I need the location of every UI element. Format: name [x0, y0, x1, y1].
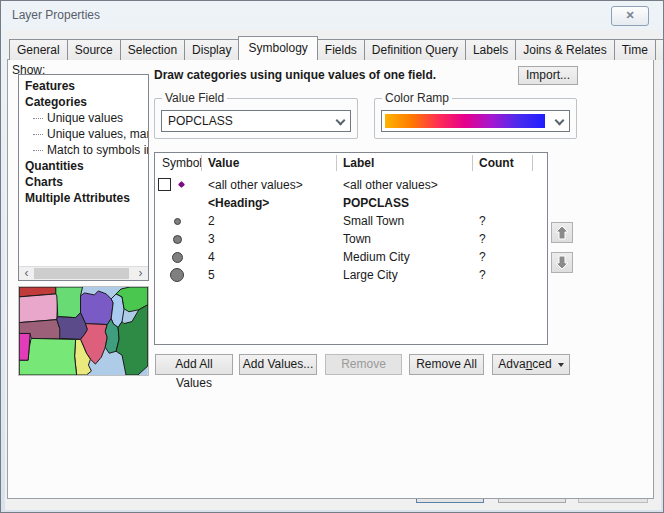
tree-horizontal-scrollbar[interactable]: ‹ › [19, 266, 148, 280]
tab-bar: General Source Selection Display Symbolo… [9, 36, 664, 60]
table-row-medium-city[interactable]: 4 Medium City ? [155, 248, 547, 266]
add-all-values-button[interactable]: Add All Values [155, 354, 233, 375]
value-cell: 5 [208, 268, 215, 282]
tree-item-features[interactable]: Features [19, 78, 148, 94]
symbol-cell[interactable] [155, 266, 201, 284]
dialog-content: General Source Selection Display Symbolo… [5, 30, 661, 510]
tab-definition-query[interactable]: Definition Query [364, 39, 466, 60]
show-tree: Features Categories Unique values Unique… [18, 74, 149, 281]
column-divider [201, 155, 202, 171]
table-header: Symbol Value Label Count [155, 153, 547, 174]
tree-item-match-symbols[interactable]: Match to symbols in a [19, 142, 148, 158]
tab-fields[interactable]: Fields [317, 39, 365, 60]
all-other-values-symbol-dot [178, 181, 185, 188]
label-cell: POPCLASS [343, 196, 409, 210]
tab-joins-relates[interactable]: Joins & Relates [515, 39, 614, 60]
table-row-town[interactable]: 3 Town ? [155, 230, 547, 248]
value-cell: <Heading> [208, 196, 269, 210]
scroll-right-icon[interactable]: › [133, 267, 148, 280]
advanced-label: Adva [498, 357, 525, 371]
move-down-button[interactable] [551, 252, 573, 273]
tree-branch-line [33, 134, 43, 135]
tab-labels[interactable]: Labels [465, 39, 516, 60]
color-ramp-combobox[interactable] [381, 110, 570, 132]
value-cell: <all other values> [208, 178, 303, 192]
all-other-values-checkbox[interactable] [158, 178, 171, 191]
remove-button: Remove [325, 354, 402, 375]
table-row-heading[interactable]: <Heading> POPCLASS [155, 194, 547, 212]
tab-html-popup[interactable]: HTML Popup [655, 39, 664, 60]
import-button[interactable]: Import... [518, 66, 578, 85]
advanced-button[interactable]: Advanced [492, 354, 570, 375]
close-icon: ✕ [625, 9, 634, 21]
dropdown-arrow-icon [558, 363, 564, 367]
method-description: Draw categories using unique values of o… [154, 68, 436, 82]
tree-item-label: Match to symbols in a [47, 143, 148, 157]
value-field-value: POPCLASS [168, 114, 233, 128]
chevron-down-icon[interactable] [337, 119, 346, 128]
symbol-cell[interactable] [155, 248, 201, 266]
column-header-label[interactable]: Label [343, 156, 374, 170]
count-cell: ? [479, 250, 486, 264]
unique-values-table: Symbol Value Label Count <all other valu… [154, 152, 548, 345]
tree-item-charts[interactable]: Charts [19, 174, 148, 190]
table-row-small-town[interactable]: 2 Small Town ? [155, 212, 547, 230]
column-divider [532, 155, 533, 171]
column-header-symbol[interactable]: Symbol [162, 156, 202, 170]
table-row-large-city[interactable]: 5 Large City ? [155, 266, 547, 284]
move-up-button[interactable] [551, 222, 573, 243]
symbol-cell[interactable] [155, 176, 201, 194]
symbol-cell[interactable] [155, 212, 201, 230]
symbol-cell[interactable] [155, 230, 201, 248]
tree-item-quantities[interactable]: Quantities [19, 158, 148, 174]
column-divider [336, 155, 337, 171]
tab-symbology[interactable]: Symbology [238, 36, 317, 60]
scroll-left-icon[interactable]: ‹ [19, 267, 34, 280]
value-field-combobox[interactable]: POPCLASS [161, 110, 351, 132]
tree-item-unique-values-many[interactable]: Unique values, many [19, 126, 148, 142]
value-field-label: Value Field [162, 91, 227, 105]
tree-item-unique-values[interactable]: Unique values [19, 110, 148, 126]
remove-all-button[interactable]: Remove All [409, 354, 484, 375]
window-title: Layer Properties [12, 8, 100, 22]
tree-item-categories[interactable]: Categories [19, 94, 148, 110]
graduated-circle-symbol [170, 268, 184, 282]
tab-time[interactable]: Time [614, 39, 656, 60]
table-row-all-other-values[interactable]: <all other values> <all other values> [155, 176, 547, 194]
value-cell: 4 [208, 250, 215, 264]
graduated-circle-symbol [172, 252, 183, 263]
tab-source[interactable]: Source [67, 39, 121, 60]
label-cell: <all other values> [343, 178, 438, 192]
add-values-button[interactable]: Add Values... [239, 354, 317, 375]
color-ramp-group: Color Ramp [374, 98, 577, 139]
symbology-tab-page: Show: Features Categories Unique values … [7, 59, 654, 499]
color-ramp-gradient [385, 114, 545, 128]
column-header-value[interactable]: Value [208, 156, 239, 170]
label-cell: Town [343, 232, 371, 246]
tab-selection[interactable]: Selection [120, 39, 185, 60]
tab-general[interactable]: General [9, 39, 68, 60]
value-field-group: Value Field POPCLASS [154, 98, 358, 139]
label-cell: Small Town [343, 214, 404, 228]
tree-item-label: Unique values [47, 111, 123, 125]
graduated-circle-symbol [173, 235, 182, 244]
up-arrow-icon [555, 225, 569, 240]
chevron-down-icon[interactable] [556, 119, 565, 128]
graduated-circle-symbol [174, 218, 181, 225]
tree-item-multiple-attributes[interactable]: Multiple Attributes [19, 190, 148, 206]
label-cell: Large City [343, 268, 398, 282]
count-cell: ? [479, 268, 486, 282]
tree-branch-line [33, 118, 43, 119]
label-cell: Medium City [343, 250, 410, 264]
map-preview-thumbnail [18, 286, 149, 376]
value-cell: 3 [208, 232, 215, 246]
column-header-count[interactable]: Count [479, 156, 514, 170]
down-arrow-icon [555, 255, 569, 270]
title-bar[interactable]: Layer Properties ✕ [1, 1, 663, 30]
color-ramp-label: Color Ramp [382, 91, 452, 105]
tab-display[interactable]: Display [184, 39, 239, 60]
count-cell: ? [479, 214, 486, 228]
layer-properties-dialog: Layer Properties ✕ General Source Select… [0, 0, 664, 513]
scrollbar-thumb[interactable] [34, 268, 129, 279]
close-button[interactable]: ✕ [611, 6, 649, 26]
